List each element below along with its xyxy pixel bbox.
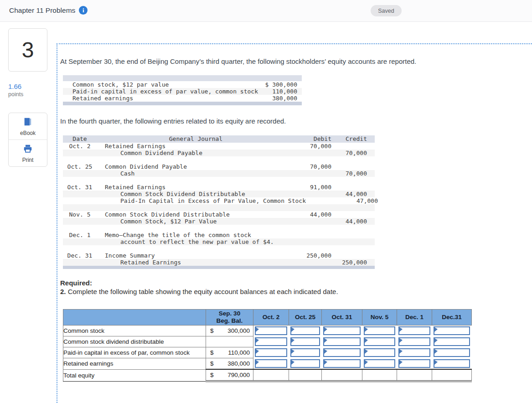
balance-beg-bal-cell bbox=[206, 336, 253, 347]
answer-input-cell[interactable] bbox=[364, 359, 395, 368]
answer-cell bbox=[432, 347, 472, 358]
equity-accounts-table: Common stock, $12 par value$ 300,000Paid… bbox=[63, 75, 302, 105]
answer-cell bbox=[322, 336, 362, 347]
journal-debit: 44,000 bbox=[295, 211, 331, 218]
ebook-button[interactable]: eBook bbox=[9, 113, 47, 140]
journal-date bbox=[63, 191, 97, 197]
problem-intro: At September 30, the end of Beijing Comp… bbox=[60, 57, 416, 66]
equity-account-row: Common stock, $12 par value$ 300,000 bbox=[63, 81, 302, 88]
total-cell bbox=[322, 369, 362, 381]
ebook-icon bbox=[23, 117, 33, 129]
beg-bal-amount: 300,000 bbox=[227, 327, 250, 334]
journal-credit: 70,000 bbox=[331, 150, 367, 156]
answer-input-cell[interactable] bbox=[290, 337, 320, 346]
journal-row: Retained Earnings250,000 bbox=[63, 259, 375, 266]
journal-description: Common Stock Dividend Distributable bbox=[97, 211, 295, 218]
answer-input-cell[interactable] bbox=[323, 337, 361, 346]
answer-input-cell[interactable] bbox=[398, 337, 430, 346]
journal-description: Cash bbox=[97, 170, 295, 177]
balance-header-date: Dec.31 bbox=[432, 310, 472, 326]
journal-row: Paid-In Capital in Excess of Par Value, … bbox=[63, 197, 375, 204]
answer-input-cell[interactable] bbox=[290, 348, 320, 357]
answer-cell bbox=[397, 336, 432, 347]
journal-debit: 250,000 bbox=[295, 252, 331, 259]
answer-input-cell[interactable] bbox=[398, 326, 430, 335]
journal-credit: 250,000 bbox=[331, 259, 367, 266]
answer-input-cell[interactable] bbox=[255, 337, 287, 346]
journal-row: Cash70,000 bbox=[63, 170, 375, 177]
journal-credit bbox=[331, 184, 367, 191]
journal-date: Dec. 1 bbox=[63, 232, 97, 238]
journal-date: Dec. 31 bbox=[63, 252, 97, 259]
answer-input-cell[interactable] bbox=[255, 359, 287, 368]
journal-date bbox=[63, 197, 97, 204]
answer-input-cell[interactable] bbox=[398, 348, 430, 357]
total-cell bbox=[362, 369, 397, 381]
journal-header-row: Date General Journal Debit Credit bbox=[63, 135, 375, 143]
currency-symbol: $ bbox=[210, 349, 214, 356]
answer-input-cell[interactable] bbox=[323, 348, 361, 357]
journal-debit bbox=[295, 150, 331, 156]
answer-input-cell[interactable] bbox=[323, 326, 361, 335]
journal-debit: 70,000 bbox=[295, 143, 331, 150]
journal-blank-row bbox=[63, 156, 375, 163]
journal-row: Dec. 31Income Summary250,000 bbox=[63, 252, 375, 259]
answer-input-cell[interactable] bbox=[434, 348, 470, 357]
general-journal-table: Date General Journal Debit Credit Oct. 2… bbox=[63, 135, 375, 269]
ebook-label: eBook bbox=[20, 130, 36, 136]
journal-debit: 70,000 bbox=[295, 163, 331, 170]
balance-row-label: Total equity bbox=[63, 369, 206, 381]
equity-table-bottom-bar bbox=[63, 102, 302, 105]
answer-input-cell[interactable] bbox=[434, 337, 470, 346]
answer-cell bbox=[362, 326, 397, 336]
answer-input-cell[interactable] bbox=[364, 348, 395, 357]
answer-cell bbox=[432, 336, 472, 347]
answer-input-cell[interactable] bbox=[434, 359, 470, 368]
points-value: 1.66 bbox=[8, 83, 23, 90]
total-cell bbox=[432, 369, 472, 381]
answer-cell bbox=[432, 326, 472, 336]
answer-cell bbox=[397, 347, 432, 358]
question-content: At September 30, the end of Beijing Comp… bbox=[57, 43, 532, 403]
answer-input-cell[interactable] bbox=[398, 359, 430, 368]
journal-debit bbox=[295, 170, 331, 177]
answer-input-cell[interactable] bbox=[290, 359, 320, 368]
question-number-card: 3 bbox=[8, 28, 47, 72]
answer-input-cell[interactable] bbox=[364, 337, 395, 346]
answer-input-cell[interactable] bbox=[255, 326, 287, 335]
answer-input-cell[interactable] bbox=[323, 359, 361, 368]
balance-row: Common stock dividend distributable bbox=[63, 336, 472, 347]
journal-credit bbox=[331, 252, 367, 259]
answer-cell bbox=[322, 358, 362, 370]
journal-row: account to reflect the new par value of … bbox=[63, 238, 375, 245]
journal-date bbox=[63, 259, 97, 266]
journal-date: Nov. 5 bbox=[63, 211, 97, 218]
answer-input-cell[interactable] bbox=[255, 348, 287, 357]
balance-beg-bal-cell: $110,000 bbox=[206, 347, 253, 358]
print-button[interactable]: Print bbox=[9, 140, 47, 166]
answer-input-cell[interactable] bbox=[434, 326, 470, 335]
balance-row: Retained earnings$380,000 bbox=[63, 358, 472, 370]
journal-credit bbox=[331, 163, 367, 170]
journal-blank-row bbox=[63, 245, 375, 252]
journal-debit bbox=[295, 232, 331, 238]
answer-input-cell[interactable] bbox=[364, 326, 395, 335]
points-label: points bbox=[8, 91, 23, 98]
page-title: Chapter 11 Problems bbox=[9, 6, 75, 15]
answer-cell bbox=[289, 326, 322, 336]
balance-header-date: Dec. 1 bbox=[397, 310, 432, 326]
question-number: 3 bbox=[22, 37, 34, 62]
journal-row: Oct. 25Common Dividend Payable70,000 bbox=[63, 163, 375, 170]
print-label: Print bbox=[22, 157, 34, 163]
answer-cell bbox=[253, 347, 289, 358]
journal-date: Oct. 2 bbox=[63, 143, 97, 150]
required-instruction: 2. Complete the following table showing … bbox=[60, 287, 338, 296]
equity-account-amount: 110,000 bbox=[272, 88, 302, 95]
journal-credit bbox=[331, 238, 367, 245]
points-block: 1.66 points bbox=[8, 83, 23, 98]
print-icon bbox=[23, 144, 33, 155]
answer-input-cell[interactable] bbox=[290, 326, 320, 335]
info-icon[interactable] bbox=[79, 6, 88, 15]
journal-credit bbox=[331, 232, 367, 238]
balance-header-date: Oct. 31 bbox=[322, 310, 362, 326]
